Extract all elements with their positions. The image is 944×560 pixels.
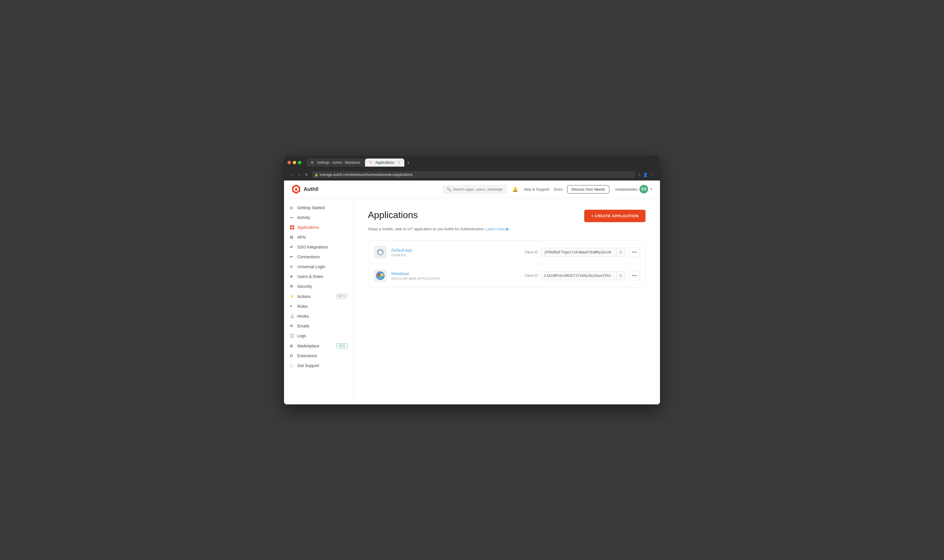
sidebar-label-sso: SSO Integrations	[297, 245, 347, 249]
app-list: Default App GENERIC Client ID jPdkDDqF7X…	[368, 240, 646, 288]
sidebar-label-universal-login: Universal Login	[297, 265, 347, 269]
sidebar-label-marketplace: Marketplace	[297, 344, 334, 348]
more-options-button-1[interactable]: •••	[630, 247, 640, 257]
sidebar-item-sso[interactable]: ⇄ SSO Integrations	[284, 242, 353, 252]
tab-settings[interactable]: ⚙ Settings · Admin · Metabase ✕	[307, 158, 364, 167]
sidebar-item-actions[interactable]: ⚡ Actions BETA	[284, 291, 353, 302]
copy-client-id-button-1[interactable]: ⎘	[617, 248, 625, 256]
close-traffic-light[interactable]	[288, 161, 291, 164]
app-content: Auth0 🔍 🔔 Help & Support Docs Discuss Yo…	[284, 180, 660, 405]
page-header: Applications + CREATE APPLICATION	[368, 210, 646, 222]
user-profile-icon[interactable]: 👤	[643, 172, 648, 177]
client-id-field-2: nJA2U0FaEsR62h71YadXp3kLEewuY5Xo ⎘	[541, 271, 625, 280]
link-icon: ⇌	[290, 255, 294, 259]
help-support-link[interactable]: Help & Support	[524, 187, 549, 191]
sidebar-item-hooks[interactable]: ⚓ Hooks	[284, 311, 353, 321]
actions-beta-badge: BETA	[336, 294, 347, 299]
sidebar-label-get-support: Get Support	[297, 363, 347, 368]
message-circle-icon: ◌	[290, 363, 294, 368]
main-layout: ◎ Getting Started 〜 Activity	[284, 198, 660, 405]
tab-applications[interactable]: 🛡 Applications ✕	[365, 158, 404, 167]
menu-icon[interactable]: ⋮	[650, 172, 653, 177]
sidebar-item-emails[interactable]: ✉ Emails	[284, 321, 353, 331]
page-subtitle: Setup a mobile, web or IoT application t…	[368, 227, 646, 231]
sidebar-item-activity[interactable]: 〜 Activity	[284, 212, 353, 222]
bookmark-icon[interactable]: ☆	[637, 172, 641, 177]
learn-more-link[interactable]: Learn more ▶	[486, 227, 509, 231]
search-input[interactable]	[453, 187, 503, 191]
create-application-button[interactable]: + CREATE APPLICATION	[584, 210, 646, 222]
auth0-logo-icon	[291, 184, 301, 194]
sidebar-item-logs[interactable]: 📋 Logs	[284, 331, 353, 341]
address-bar[interactable]: 🔒	[312, 171, 635, 178]
metabase-app-name[interactable]: Metabase	[391, 271, 409, 276]
sidebar-label-security: Security	[297, 284, 347, 289]
browser-controls: ⚙ Settings · Admin · Metabase ✕ 🛡 Applic…	[288, 158, 656, 167]
book-icon: 📋	[290, 334, 294, 338]
tab-applications-label: Applications	[375, 160, 394, 165]
forward-button[interactable]: ›	[297, 172, 301, 178]
discuss-button[interactable]: Discuss Your Needs	[567, 185, 609, 194]
client-id-field-1: jPdkDDqF7XgmiYz6sWqwOt8aNMyyGxvW ⎘	[541, 248, 625, 257]
search-box[interactable]: 🔍	[443, 185, 506, 194]
svg-point-10	[377, 273, 380, 276]
sidebar-item-security[interactable]: ⛨ Security	[284, 282, 353, 291]
address-bar-row: ‹ › ↻ 🔒 ☆ 👤 ⋮	[288, 169, 656, 180]
user-area[interactable]: metabasedev EN ▼	[615, 185, 653, 194]
url-input[interactable]	[312, 171, 635, 178]
notification-bell[interactable]: 🔔	[512, 186, 518, 192]
tab-settings-close[interactable]: ✕	[364, 161, 364, 165]
more-options-button-2[interactable]: •••	[630, 271, 640, 281]
sidebar-label-logs: Logs	[297, 334, 347, 338]
top-nav-links: Help & Support Docs Discuss Your Needs	[524, 185, 609, 194]
mail-icon: ✉	[290, 324, 294, 328]
sidebar-item-connections[interactable]: ⇌ Connections	[284, 252, 353, 262]
applications-favicon: 🛡	[369, 160, 373, 165]
logo[interactable]: Auth0	[291, 184, 318, 194]
sidebar-label-emails: Emails	[297, 324, 347, 328]
box-icon: ⊟	[290, 354, 294, 358]
docs-link[interactable]: Docs	[554, 187, 563, 191]
metabase-app-info: Metabase REGULAR WEB APPLICATION	[391, 271, 443, 280]
svg-rect-4	[292, 225, 294, 227]
sidebar-item-getting-started[interactable]: ◎ Getting Started	[284, 203, 353, 212]
shopping-bag-icon: ⊞	[290, 344, 294, 348]
user-chevron-icon: ▼	[650, 188, 653, 191]
zap-icon: ⚡	[290, 294, 294, 299]
back-button[interactable]: ‹	[291, 172, 295, 178]
logo-text: Auth0	[304, 186, 318, 192]
svg-point-12	[379, 276, 382, 278]
svg-rect-5	[290, 228, 292, 229]
browser-actions: ☆ 👤 ⋮	[637, 172, 653, 177]
sidebar-item-universal-login[interactable]: ⊙ Universal Login	[284, 262, 353, 272]
sidebar-item-applications[interactable]: Applications	[284, 222, 353, 232]
default-app-client-id: jPdkDDqF7XgmiYz6sWqwOt8aNMyyGxvW	[541, 248, 617, 256]
sidebar-item-extensions[interactable]: ⊟ Extensions	[284, 351, 353, 361]
new-tab-button[interactable]: +	[405, 159, 412, 167]
user-icon: ⊙	[290, 265, 294, 269]
minimize-traffic-light[interactable]	[293, 161, 296, 164]
tab-applications-close[interactable]: ✕	[398, 161, 400, 165]
sliders-icon: ≡	[290, 304, 294, 309]
svg-rect-6	[292, 228, 294, 229]
search-icon: 🔍	[447, 187, 451, 191]
sidebar-item-get-support[interactable]: ◌ Get Support	[284, 361, 353, 371]
reload-button[interactable]: ↻	[303, 172, 310, 178]
anchor-icon: ⚓	[290, 314, 294, 318]
top-nav: Auth0 🔍 🔔 Help & Support Docs Discuss Yo…	[284, 180, 660, 198]
default-app-icon	[374, 246, 387, 258]
copy-client-id-button-2[interactable]: ⎘	[617, 272, 625, 280]
traffic-lights	[288, 161, 301, 164]
table-row: Metabase REGULAR WEB APPLICATION Client …	[368, 264, 645, 287]
user-name: metabasedev	[615, 187, 638, 191]
default-app-type: GENERIC	[391, 253, 443, 257]
default-app-name[interactable]: Default App	[391, 248, 412, 252]
sidebar-item-marketplace[interactable]: ⊞ Marketplace NEW	[284, 341, 353, 351]
sidebar-item-users-roles[interactable]: ⊛ Users & Roles	[284, 272, 353, 282]
sidebar-item-apis[interactable]: ▤ APIs	[284, 232, 353, 242]
sidebar-item-rules[interactable]: ≡ Rules	[284, 302, 353, 311]
compass-icon: ◎	[290, 205, 294, 210]
browser-chrome: ⚙ Settings · Admin · Metabase ✕ 🛡 Applic…	[284, 155, 660, 180]
svg-rect-3	[290, 225, 292, 227]
maximize-traffic-light[interactable]	[298, 161, 301, 164]
